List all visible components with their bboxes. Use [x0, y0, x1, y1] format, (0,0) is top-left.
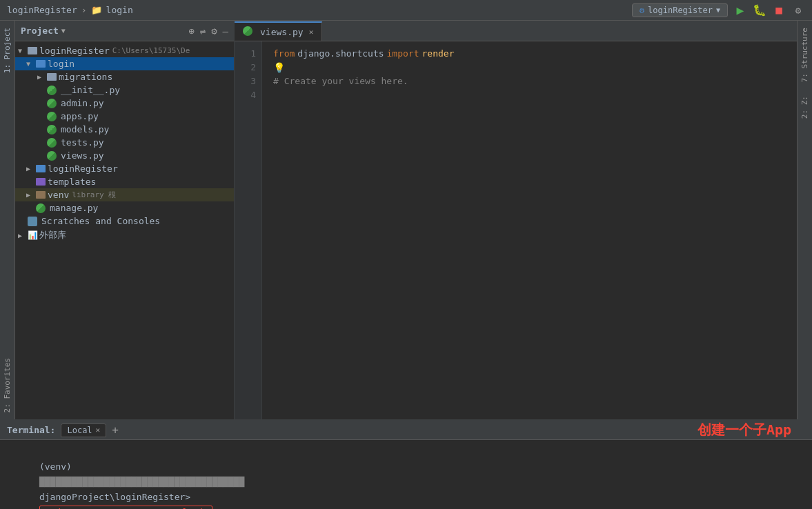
python-icon — [36, 203, 48, 213]
tree-item-tests-py[interactable]: tests.py — [15, 136, 234, 149]
coverage-button[interactable]: ⚙ — [791, 3, 805, 17]
debug-button[interactable]: 🐛 — [753, 3, 766, 17]
django-path-1: djangoProject\loginRegister> — [39, 492, 190, 502]
terminal-area: Terminal: Local ✕ + 创建一个子App (venv) ████… — [0, 419, 812, 509]
tree-label: Scratches and Consoles — [41, 216, 160, 226]
favorites-tab[interactable]: 2: Favorites — [0, 351, 14, 419]
ext-lib-icon: 📊 — [28, 230, 37, 240]
tree-label: __init__.py — [61, 85, 120, 95]
minimize-icon[interactable]: — — [223, 26, 228, 37]
title-bar: loginRegister › 📁 login ⚙ loginRegister … — [0, 0, 812, 21]
editor-tab-views-py[interactable]: views.py ✕ — [235, 21, 322, 41]
tree-extra: C:\Users\15735\De — [112, 46, 190, 55]
venv-prompt-1: (venv) — [39, 461, 77, 472]
path-hidden-1: ██████████████████████████████████████ — [39, 477, 244, 487]
run-config-arrow: ▼ — [716, 6, 720, 14]
tab-python-icon — [243, 26, 255, 38]
folder-icon — [47, 73, 57, 81]
breadcrumb: loginRegister › 📁 login — [7, 5, 632, 15]
bulb-icon: 💡 — [273, 61, 285, 74]
tree-arrow: ▶ — [37, 73, 47, 81]
code-line-1: from django.shortcuts import render — [273, 47, 786, 61]
tree-item-login[interactable]: ▼ login — [15, 57, 234, 70]
tree-item-loginregister-root[interactable]: ▼ loginRegister C:\Users\15735\De — [15, 44, 234, 57]
terminal-tab-local[interactable]: Local ✕ — [61, 423, 106, 437]
tree-item-models-py[interactable]: models.py — [15, 123, 234, 136]
tree-label: venv — [48, 190, 69, 200]
title-bar-actions: ⚙ loginRegister ▼ ▶ 🐛 ■ ⚙ — [632, 3, 805, 17]
tree-item-templates[interactable]: templates — [15, 175, 234, 188]
python-icon — [47, 125, 59, 134]
code-area: 1 2 3 4 from django.shortcuts import ren… — [235, 41, 797, 419]
folder-icon — [36, 60, 46, 68]
right-side-tabs: 7: Structure 2: Z: — [797, 21, 812, 419]
project-label-text: Project — [21, 26, 59, 36]
debug-icon: 🐛 — [753, 3, 766, 17]
line-number-3: 3 — [235, 74, 261, 88]
command-highlighted: python manage.py startapp login — [39, 506, 212, 509]
line-number-2: 2 — [235, 61, 261, 74]
tree-label: login — [48, 59, 75, 69]
tree-item-admin-py[interactable]: admin.py — [15, 97, 234, 110]
tree-item-ext-lib[interactable]: ▶ 📊 外部库 — [15, 228, 234, 243]
editor-tabs: views.py ✕ — [235, 21, 797, 41]
tree-arrow: ▶ — [26, 165, 36, 172]
scratches-icon — [28, 217, 39, 226]
toolbar-icons: ⊕ ⇌ ⚙ — — [188, 26, 228, 37]
tree-arrow: ▼ — [26, 60, 36, 68]
run-config-button[interactable]: ⚙ loginRegister ▼ — [632, 3, 728, 17]
tree-item-venv[interactable]: ▶ venv library 根 — [15, 188, 234, 201]
settings-icon[interactable]: ⚙ — [211, 26, 217, 37]
favorites-tab-area: 2: Favorites — [0, 351, 15, 419]
main-area: 1: Project Project ▼ ⊕ ⇌ ⚙ — ▼ loginRegi… — [0, 21, 812, 419]
breadcrumb-project[interactable]: loginRegister — [7, 5, 77, 15]
terminal-content[interactable]: (venv) █████████████████████████████████… — [0, 440, 812, 509]
project-tab[interactable]: 1: Project — [0, 21, 14, 80]
editor-area: views.py ✕ 1 2 3 4 from django.shortcuts… — [235, 21, 797, 419]
project-toolbar: Project ▼ ⊕ ⇌ ⚙ — — [15, 21, 234, 41]
tree-label: migrations — [59, 72, 112, 82]
project-panel: Project ▼ ⊕ ⇌ ⚙ — ▼ loginRegister C:\Use… — [15, 21, 235, 419]
python-icon — [47, 151, 59, 161]
terminal-tab-close[interactable]: ✕ — [96, 426, 101, 435]
locate-icon[interactable]: ⊕ — [188, 26, 194, 37]
terminal-toolbar: Terminal: Local ✕ + 创建一个子App — [0, 421, 812, 440]
tree-label: views.py — [61, 150, 104, 161]
tree-item-init-py[interactable]: __init__.py — [15, 83, 234, 97]
breadcrumb-folder-icon: 📁 — [91, 5, 102, 15]
annotation-text: 创建一个子App — [697, 421, 791, 439]
tab-label: views.py — [260, 27, 304, 37]
keyword-from: from — [273, 47, 295, 61]
tree-item-views-py[interactable]: views.py — [15, 149, 234, 162]
folder-icon — [36, 191, 46, 199]
tree-label: manage.py — [50, 203, 98, 213]
code-line-4 — [273, 88, 786, 102]
tab-close-button[interactable]: ✕ — [309, 28, 314, 37]
tree-item-manage-py[interactable]: manage.py — [15, 201, 234, 214]
scroll-icon[interactable]: ⇌ — [200, 26, 206, 37]
z-tab[interactable]: 2: Z: — [798, 89, 812, 126]
tree-label: models.py — [61, 124, 109, 134]
stop-icon: ■ — [775, 3, 782, 17]
add-terminal-button[interactable]: + — [112, 423, 119, 437]
code-line-3: # Create your views here. — [273, 74, 786, 88]
tree-item-apps-py[interactable]: apps.py — [15, 110, 234, 123]
tree-label: 外部库 — [39, 229, 66, 241]
project-label-arrow[interactable]: ▼ — [61, 27, 66, 34]
tree-arrow: ▼ — [18, 47, 28, 54]
tree-item-migrations[interactable]: ▶ migrations — [15, 70, 234, 83]
stop-button[interactable]: ■ — [772, 3, 786, 17]
line-numbers: 1 2 3 4 — [235, 41, 262, 419]
line-number-1: 1 — [235, 47, 261, 61]
run-button[interactable]: ▶ — [733, 3, 747, 17]
keyword-import: import — [387, 47, 419, 61]
tree-label: loginRegister — [39, 46, 110, 56]
code-content[interactable]: from django.shortcuts import render 💡 # … — [262, 41, 797, 419]
tree-item-scratches[interactable]: Scratches and Consoles — [15, 214, 234, 228]
code-line-2: 💡 — [273, 61, 786, 74]
python-icon — [47, 86, 59, 95]
structure-tab[interactable]: 7: Structure — [798, 21, 812, 89]
tree-item-loginregister-sub[interactable]: ▶ loginRegister — [15, 162, 234, 175]
python-icon — [47, 112, 59, 121]
tree-label: admin.py — [61, 98, 104, 108]
